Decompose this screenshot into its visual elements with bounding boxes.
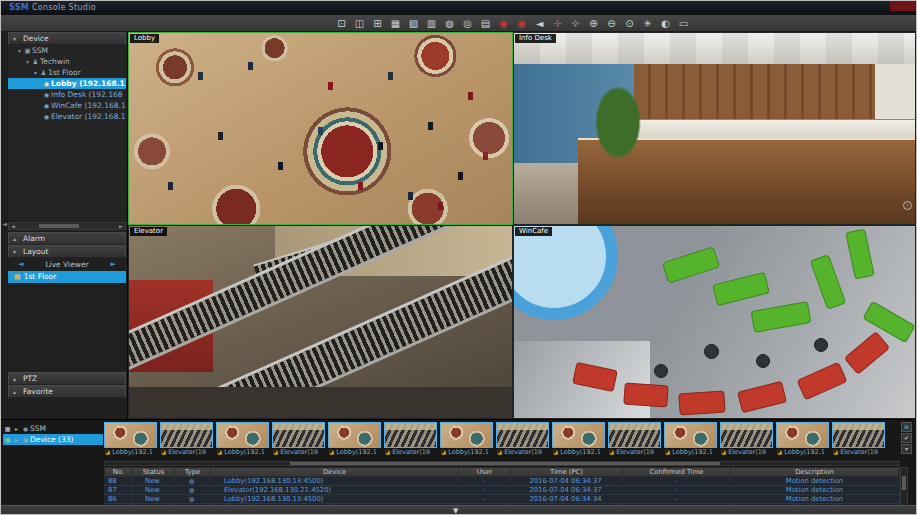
scrollbar-thumb[interactable] xyxy=(39,224,79,228)
zoom-in-icon[interactable]: ⊕ xyxy=(585,17,602,30)
alarm-icon[interactable]: ◍ xyxy=(441,17,458,30)
fullscreen-icon[interactable]: ⊡ xyxy=(333,17,350,30)
scene-ceiling xyxy=(514,33,915,64)
favorite-panel-header[interactable]: Favorite xyxy=(8,385,126,398)
panic-record-icon[interactable]: ◉ xyxy=(513,17,530,30)
event-thumbnail[interactable]: Elevator(19 xyxy=(160,422,213,460)
event-thumbnail[interactable]: Elevator(19 xyxy=(720,422,773,460)
green-couch xyxy=(712,272,770,306)
table-dot xyxy=(654,364,668,378)
thumbnail-image xyxy=(216,422,269,448)
text-osd-icon[interactable]: ▭ xyxy=(675,17,692,30)
event-thumbnail[interactable]: Lobby(192.1 xyxy=(552,422,605,460)
event-thumbnail[interactable]: Lobby(192.1 xyxy=(216,422,269,460)
thumbnail-label: Elevator(19 xyxy=(160,448,213,457)
grid-layout-icon[interactable]: ⊞ xyxy=(369,17,386,30)
camera-name-overlay: WinCafe xyxy=(515,227,552,236)
print-icon[interactable]: ▤ xyxy=(477,17,494,30)
event-thumbnail[interactable]: Elevator(19 xyxy=(608,422,661,460)
checkbox-icon[interactable] xyxy=(3,423,12,434)
collapse-panel-icon[interactable] xyxy=(453,507,458,515)
table-dot xyxy=(704,344,719,359)
zoom-out-icon[interactable]: ⊖ xyxy=(603,17,620,30)
event-thumbnail[interactable]: Lobby(192.1 xyxy=(664,422,717,460)
grid-view-button[interactable] xyxy=(901,422,912,432)
app-window: SSM Console Studio ⊡◫⊞▦▧▥◍◎▤◉◉◄✛✜⊕⊖⊙☀◐▭ … xyxy=(0,0,917,515)
event-thumbnail[interactable]: Lobby(192.1 xyxy=(104,422,157,460)
event-thumbnail[interactable]: Lobby(192.1 xyxy=(776,422,829,460)
tree-node-subgroup[interactable]: ▾1st Floor xyxy=(8,67,126,78)
layout-panel-header[interactable]: Layout xyxy=(8,245,126,258)
device-tree-hscrollbar[interactable] xyxy=(8,222,126,230)
ptz-control-icon[interactable]: ✛ xyxy=(549,17,566,30)
snapshot-icon[interactable]: ◎ xyxy=(459,17,476,30)
sidebar-collapse-handle[interactable] xyxy=(1,212,8,236)
video-pane-wincafe[interactable]: WinCafe xyxy=(513,225,916,419)
thumbnail-image xyxy=(440,422,493,448)
thumbnail-strip-buttons xyxy=(901,422,913,455)
info-icon[interactable] xyxy=(903,201,912,210)
event-tree-root[interactable]: SSM xyxy=(3,423,103,434)
video-pane-elevator[interactable]: Elevator xyxy=(128,225,513,419)
col-confirmed: Confirmed Time xyxy=(623,468,731,476)
scrollbar-thumb[interactable] xyxy=(290,462,720,465)
thumbnail-hscrollbar[interactable] xyxy=(104,461,900,466)
record-icon[interactable]: ◉ xyxy=(495,17,512,30)
event-thumbnail[interactable]: Elevator(19 xyxy=(384,422,437,460)
tree-node-root[interactable]: ▾SSM xyxy=(8,45,126,56)
alarm-panel-header[interactable]: Alarm xyxy=(8,232,126,245)
event-table-vscrollbar[interactable] xyxy=(900,467,908,509)
audio-icon[interactable]: ◄ xyxy=(531,17,548,30)
video-pane-infodesk[interactable]: Info Desk xyxy=(513,32,916,225)
tree-camera-elevator[interactable]: Elevator (192.168.1 xyxy=(8,111,126,122)
event-row[interactable]: 87New◍Elevator(192.168.130.21:4520)-2016… xyxy=(104,486,900,495)
thumbnail-label: Lobby(192.1 xyxy=(216,448,269,457)
multi-monitor-icon[interactable]: ◫ xyxy=(351,17,368,30)
info-icon[interactable] xyxy=(903,395,912,404)
tree-camera-lobby[interactable]: Lobby (192.168.13 xyxy=(8,78,126,89)
event-tree-device[interactable]: Device (33) xyxy=(3,434,103,445)
tree-node-group[interactable]: ▾Techwin xyxy=(8,56,126,67)
pager-next-icon[interactable] xyxy=(111,258,116,271)
scroll-left-icon[interactable] xyxy=(9,223,17,229)
contrast-icon[interactable]: ◐ xyxy=(657,17,674,30)
col-status: Status xyxy=(133,468,175,476)
device-panel-header[interactable]: Device xyxy=(8,32,126,45)
thumbnail-label: Lobby(192.1 xyxy=(776,448,829,457)
scrollbar-thumb[interactable] xyxy=(902,476,906,490)
chevron-down-icon: ▾ xyxy=(16,45,23,56)
camera-name-overlay: Lobby xyxy=(130,34,159,43)
event-type-icon: ◍ xyxy=(189,486,194,493)
device-icon xyxy=(21,434,30,445)
col-device: Device xyxy=(211,468,459,476)
event-type-icon: ◍ xyxy=(189,477,194,484)
event-thumbnail[interactable]: Elevator(19 xyxy=(832,422,885,460)
thumbnail-label: Elevator(19 xyxy=(720,448,773,457)
more-button[interactable] xyxy=(901,444,912,454)
close-button[interactable] xyxy=(890,1,916,11)
device-tree: ▾SSM ▾Techwin ▾1st Floor Lobby (192.168.… xyxy=(8,45,126,221)
event-row[interactable]: 88New◍Lobby(192.168.130.13:4500)-2016-07… xyxy=(104,477,900,486)
event-thumbnail[interactable]: Elevator(19 xyxy=(496,422,549,460)
tree-camera-infodesk[interactable]: Info Desk (192.168 xyxy=(8,89,126,100)
event-thumbnail[interactable]: Elevator(19 xyxy=(272,422,325,460)
camera-event-icon xyxy=(721,449,726,455)
brightness-icon[interactable]: ☀ xyxy=(639,17,656,30)
tree-camera-wincafe[interactable]: WinCafe (192.168.1 xyxy=(8,100,126,111)
ptz-preset-icon[interactable]: ✜ xyxy=(567,17,584,30)
ptz-panel-header[interactable]: PTZ xyxy=(8,372,126,385)
layout-item-1st-floor[interactable]: 1st Floor xyxy=(8,271,126,283)
camera-name-overlay: Elevator xyxy=(130,227,167,236)
osd-monitor-icon[interactable]: ▥ xyxy=(423,17,440,30)
event-thumbnail[interactable]: Lobby(192.1 xyxy=(440,422,493,460)
event-row[interactable]: 86New◍Lobby(192.168.130.13:4500)-2016-07… xyxy=(104,495,900,504)
pager-prev-icon[interactable] xyxy=(18,258,23,271)
mosaic-layout-icon[interactable]: ▦ xyxy=(387,17,404,30)
camera-sequence-icon[interactable]: ▧ xyxy=(405,17,422,30)
scroll-right-icon[interactable] xyxy=(117,223,125,229)
video-pane-lobby[interactable]: Lobby xyxy=(128,32,513,225)
confirm-button[interactable] xyxy=(901,433,912,443)
event-thumbnail[interactable]: Lobby(192.1 xyxy=(328,422,381,460)
camera-event-icon xyxy=(161,449,166,455)
zoom-area-icon[interactable]: ⊙ xyxy=(621,17,638,30)
